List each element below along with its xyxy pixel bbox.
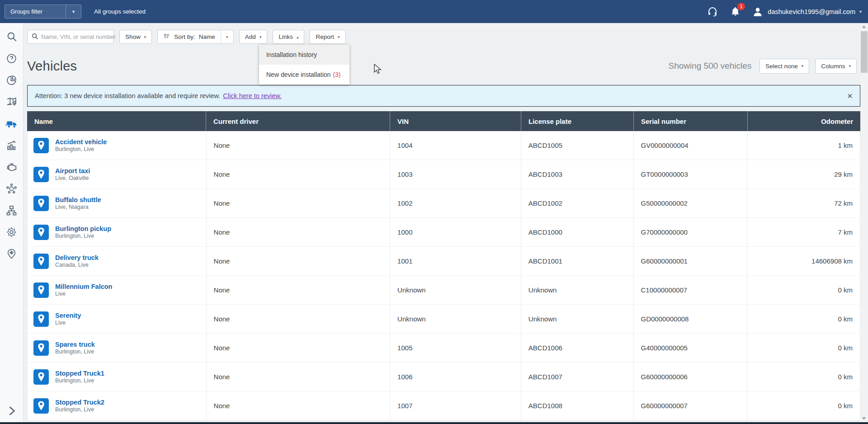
notifications-bell-icon[interactable]: 1: [729, 6, 741, 18]
column-header-vin[interactable]: VIN: [390, 111, 521, 131]
sidebar: [0, 23, 24, 422]
table-row[interactable]: Stopped Truck2 Burlington, Live None 100…: [28, 391, 860, 420]
vehicle-name-cell: Burlington pickup Burlington, Live: [28, 218, 206, 246]
column-header-serial[interactable]: Serial number: [633, 111, 747, 131]
vin-cell: 1000: [390, 218, 521, 246]
chevron-down-icon[interactable]: ▾: [221, 30, 233, 43]
column-header-odometer[interactable]: Odometer: [747, 111, 860, 131]
review-link[interactable]: Click here to review.: [223, 92, 282, 99]
sidebar-item-engine-maintenance[interactable]: [0, 157, 23, 179]
vehicle-pin-icon: [33, 311, 49, 327]
vehicle-name-link[interactable]: Buffalo shuttle: [55, 196, 101, 204]
vehicle-pin-icon: [33, 138, 49, 153]
current-driver-cell: None: [206, 247, 390, 275]
license-plate-cell: Unknown: [521, 276, 633, 304]
table-row[interactable]: Serenity Live None Unknown Unknown GD000…: [28, 305, 860, 334]
table-row[interactable]: Spares truck Burlington, Live None 1005 …: [28, 334, 860, 363]
vehicle-pin-icon: [33, 225, 49, 240]
column-header-plate[interactable]: License plate: [521, 111, 633, 131]
odometer-cell: 72 km: [747, 189, 860, 217]
close-icon[interactable]: ×: [847, 85, 853, 106]
vehicle-name-link[interactable]: Airport taxi: [55, 167, 90, 175]
search-icon: [31, 33, 38, 42]
vehicle-name-link[interactable]: Stopped Truck2: [55, 398, 104, 406]
bar-chart-trend-icon: [6, 140, 17, 153]
sidebar-item-help[interactable]: [0, 48, 23, 70]
vin-cell: 1007: [390, 391, 521, 420]
menu-item-new-device-installation[interactable]: New device installation (3): [259, 65, 349, 85]
table-row[interactable]: Accident vehicle Burlington, Live None 1…: [28, 131, 860, 160]
vin-cell: 1004: [390, 131, 521, 160]
sidebar-item-rules[interactable]: [0, 200, 23, 222]
table-row[interactable]: Buffalo shuttle Live, Niagara None 1002 …: [28, 189, 860, 218]
sidebar-item-groups[interactable]: [0, 179, 23, 200]
columns-button[interactable]: Columns▾: [815, 59, 857, 74]
vehicle-name-cell: Airport taxi Live, Oakville: [28, 160, 206, 188]
vehicle-name-link[interactable]: Accident vehicle: [55, 138, 107, 146]
current-driver-cell: None: [206, 189, 390, 217]
sidebar-expand-button[interactable]: [0, 405, 23, 417]
groups-status-text: All groups selected: [94, 8, 146, 15]
add-button[interactable]: Add▾: [239, 30, 268, 44]
odometer-cell: 14606908 km: [747, 247, 860, 275]
chevron-down-icon[interactable]: ▾: [66, 5, 81, 18]
chevron-down-icon: ▾: [859, 9, 862, 14]
vertical-scrollbar[interactable]: [860, 23, 868, 422]
table-row[interactable]: Airport taxi Live, Oakville None 1003 AB…: [28, 160, 860, 189]
serial-number-cell: C10000000007: [633, 276, 747, 304]
show-button[interactable]: Show▾: [119, 30, 152, 44]
odometer-cell: 1 km: [747, 131, 860, 160]
vehicle-name-link[interactable]: Spares truck: [55, 340, 95, 349]
table-row[interactable]: Delivery truck Canada, Live None 1001 AB…: [28, 247, 860, 276]
vehicle-groups-text: Live: [55, 320, 81, 327]
table-row[interactable]: Stopped Truck1 Burlington, Live None 100…: [28, 363, 860, 391]
vehicle-name-link[interactable]: Millennium Falcon: [55, 283, 112, 291]
hub-nodes-icon: [6, 183, 17, 196]
sort-button[interactable]: Sort by: Name ▾: [157, 30, 234, 44]
links-button[interactable]: Links▴: [273, 30, 304, 44]
current-driver-cell: None: [206, 363, 390, 391]
sidebar-item-administration[interactable]: [0, 222, 23, 244]
sidebar-item-zones[interactable]: [0, 244, 23, 265]
column-header-driver[interactable]: Current driver: [206, 111, 390, 131]
sidebar-item-map[interactable]: [0, 92, 23, 113]
license-plate-cell: ABCD1005: [521, 131, 633, 160]
column-header-name[interactable]: Name: [27, 111, 206, 131]
sidebar-item-vehicles[interactable]: [0, 113, 23, 135]
table-row[interactable]: Millennium Falcon Live None Unknown Unkn…: [28, 276, 860, 305]
select-none-button[interactable]: Select none▾: [760, 59, 809, 74]
vehicle-name-link[interactable]: Burlington pickup: [55, 225, 111, 233]
pie-chart-icon: [6, 75, 17, 88]
vehicle-name-link[interactable]: Stopped Truck1: [55, 369, 104, 377]
search-input[interactable]: [41, 33, 121, 40]
vehicle-groups-text: Burlington, Live: [55, 349, 95, 356]
scroll-up-arrow[interactable]: [862, 25, 866, 28]
menu-item-installation-history[interactable]: Installation history: [259, 45, 349, 65]
report-button[interactable]: Report▾: [310, 30, 345, 44]
sidebar-item-productivity[interactable]: [0, 70, 23, 92]
odometer-cell: 0 km: [747, 334, 860, 362]
table-row[interactable]: Burlington pickup Burlington, Live None …: [28, 218, 860, 247]
license-plate-cell: ABCD1002: [521, 189, 633, 217]
sidebar-item-search[interactable]: [0, 27, 23, 48]
top-bar: Groups filter ▾ All groups selected 1 da…: [0, 0, 868, 23]
sidebar-item-activity[interactable]: [0, 135, 23, 157]
vehicle-name-cell: Buffalo shuttle Live, Niagara: [28, 189, 206, 217]
vehicle-name-link[interactable]: Serenity: [55, 311, 81, 320]
user-menu[interactable]: dashukevich1995@gmail.com ▾: [752, 6, 862, 18]
vehicle-groups-text: Live: [55, 291, 112, 298]
vehicle-pin-icon: [33, 340, 49, 356]
scrollbar-thumb[interactable]: [861, 31, 868, 73]
serial-number-cell: G50000000002: [633, 189, 747, 217]
vehicle-pin-icon: [33, 369, 49, 385]
scroll-down-arrow[interactable]: [862, 417, 866, 420]
support-headset-icon[interactable]: [707, 6, 718, 18]
vehicles-table: Name Current driver VIN License plate Se…: [27, 111, 860, 420]
serial-number-cell: G60000000006: [633, 363, 747, 391]
vehicle-name-link[interactable]: Delivery truck: [55, 254, 99, 262]
vehicle-pin-icon: [33, 254, 49, 269]
serial-number-cell: G70000000000: [633, 218, 747, 246]
sort-icon: [163, 33, 170, 41]
groups-filter-button[interactable]: Groups filter ▾: [5, 5, 81, 19]
current-driver-cell: None: [206, 218, 390, 246]
